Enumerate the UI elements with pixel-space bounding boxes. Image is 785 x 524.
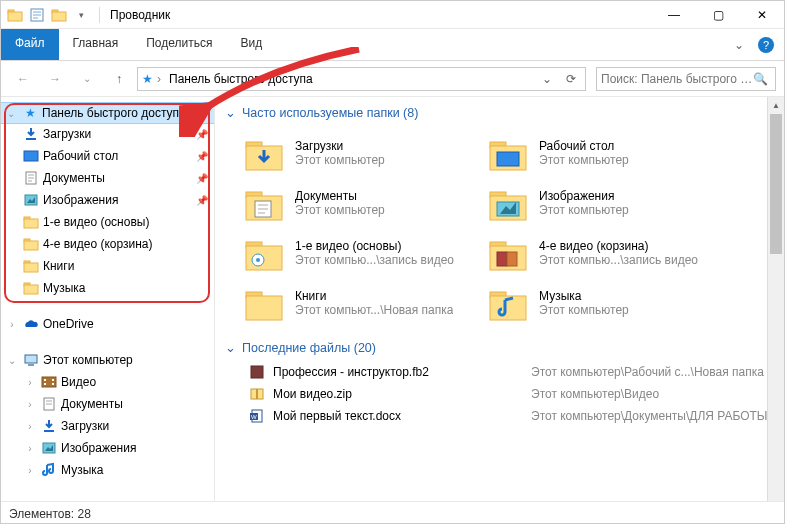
tree-item-pictures-pc[interactable]: › Изображения: [1, 437, 214, 459]
tree-item-downloads[interactable]: Загрузки 📌: [1, 123, 214, 145]
tree-item-music[interactable]: Музыка: [1, 277, 214, 299]
folder-item[interactable]: 1-е видео (основы)Этот компью...\запись …: [243, 232, 473, 274]
documents-icon: [41, 396, 57, 412]
chevron-right-icon[interactable]: ›: [23, 465, 37, 476]
chevron-right-icon[interactable]: ›: [23, 377, 37, 388]
status-item-count: Элементов: 28: [9, 507, 91, 521]
videos-icon: [41, 374, 57, 390]
svg-rect-30: [52, 383, 54, 385]
pin-icon: 📌: [196, 129, 208, 140]
file-row[interactable]: Профессия - инструктор.fb2 Этот компьюте…: [249, 361, 784, 383]
tree-item-music-pc[interactable]: › Музыка: [1, 459, 214, 481]
tab-share[interactable]: Поделиться: [132, 29, 226, 60]
back-button[interactable]: ←: [9, 65, 37, 93]
file-path: Этот компьютер\Рабочий с...\Новая папка: [531, 365, 764, 379]
folder-name: Изображения: [539, 189, 629, 203]
svg-rect-59: [507, 252, 517, 266]
minimize-button[interactable]: —: [652, 1, 696, 29]
tree-label: Музыка: [43, 281, 214, 295]
desktop-icon: [23, 148, 39, 164]
folder-item[interactable]: Рабочий столЭтот компьютер: [487, 132, 717, 174]
scroll-thumb[interactable]: [770, 114, 782, 254]
folder-icon: [243, 282, 285, 324]
breadcrumb-text[interactable]: Панель быстрого доступа: [165, 72, 533, 86]
folder-name: 1-е видео (основы): [295, 239, 454, 253]
tree-quick-access[interactable]: ⌄ ★ Панель быстрого доступа: [1, 102, 215, 124]
downloads-folder-icon: [243, 132, 285, 174]
chevron-down-icon[interactable]: ⌄: [5, 355, 19, 366]
chevron-right-icon[interactable]: ›: [23, 443, 37, 454]
chevron-right-icon[interactable]: ›: [23, 421, 37, 432]
file-row[interactable]: W Мой первый текст.docx Этот компьютер\Д…: [249, 405, 784, 427]
tab-home[interactable]: Главная: [59, 29, 133, 60]
file-row[interactable]: Мои видео.zip Этот компьютер\Видео: [249, 383, 784, 405]
tree-label: 1-е видео (основы): [43, 215, 214, 229]
folder-icon: [243, 232, 285, 274]
svg-rect-9: [24, 151, 38, 161]
breadcrumb-dropdown-icon[interactable]: ⌄: [537, 72, 557, 86]
svg-rect-26: [42, 377, 56, 387]
forward-button[interactable]: →: [41, 65, 69, 93]
svg-rect-21: [24, 263, 38, 272]
tree-item-downloads-pc[interactable]: › Загрузки: [1, 415, 214, 437]
section-recent-files[interactable]: ⌄ Последние файлы (20): [225, 340, 784, 359]
folder-item[interactable]: ДокументыЭтот компьютер: [243, 182, 473, 224]
folder-icon: [7, 7, 23, 23]
folder-path: Этот компьют...\Новая папка: [295, 303, 453, 317]
folder-item[interactable]: КнигиЭтот компьют...\Новая папка: [243, 282, 473, 324]
tree-label: Изображения: [61, 441, 214, 455]
expand-ribbon-icon[interactable]: ⌄: [734, 38, 744, 52]
status-bar: Элементов: 28: [1, 501, 784, 524]
section-frequent-folders[interactable]: ⌄ Часто используемые папки (8): [225, 105, 784, 124]
folder-item[interactable]: ИзображенияЭтот компьютер: [487, 182, 717, 224]
qat-dropdown-icon[interactable]: ▾: [73, 7, 89, 23]
tree-label: Рабочий стол: [43, 149, 192, 163]
onedrive-icon: [23, 316, 39, 332]
tree-item-video4[interactable]: 4-е видео (корзина): [1, 233, 214, 255]
tree-onedrive[interactable]: › OneDrive: [1, 313, 214, 335]
tree-item-desktop[interactable]: Рабочий стол 📌: [1, 145, 214, 167]
svg-rect-58: [497, 252, 507, 266]
properties-icon[interactable]: [29, 7, 45, 23]
tree-label: 4-е видео (корзина): [43, 237, 214, 251]
tree-item-video1[interactable]: 1-е видео (основы): [1, 211, 214, 233]
vertical-scrollbar[interactable]: ▲: [767, 97, 784, 501]
file-name: Профессия - инструктор.fb2: [273, 365, 523, 379]
scroll-up-icon[interactable]: ▲: [768, 97, 784, 114]
tree-item-documents[interactable]: Документы 📌: [1, 167, 214, 189]
refresh-icon[interactable]: ⟳: [561, 72, 581, 86]
close-button[interactable]: ✕: [740, 1, 784, 29]
address-bar: ← → ⌄ ↑ ★ › Панель быстрого доступа ⌄ ⟳ …: [1, 61, 784, 97]
tree-this-pc[interactable]: ⌄ Этот компьютер: [1, 349, 214, 371]
file-name: Мои видео.zip: [273, 387, 523, 401]
tree-item-pictures[interactable]: Изображения 📌: [1, 189, 214, 211]
new-folder-icon[interactable]: [51, 7, 67, 23]
documents-icon: [23, 170, 39, 186]
chevron-down-icon[interactable]: ⌄: [4, 108, 18, 119]
help-icon[interactable]: ?: [758, 37, 774, 53]
breadcrumb[interactable]: ★ › Панель быстрого доступа ⌄ ⟳: [137, 67, 586, 91]
folder-item[interactable]: ЗагрузкиЭтот компьютер: [243, 132, 473, 174]
maximize-button[interactable]: ▢: [696, 1, 740, 29]
folder-item[interactable]: 4-е видео (корзина)Этот компью...\запись…: [487, 232, 717, 274]
chevron-right-icon[interactable]: ›: [23, 399, 37, 410]
quick-access-star-icon: ★: [22, 105, 38, 121]
folder-icon: [487, 232, 529, 274]
folder-name: Книги: [295, 289, 453, 303]
tab-file[interactable]: Файл: [1, 29, 59, 60]
chevron-right-icon[interactable]: ›: [5, 319, 19, 330]
svg-rect-27: [44, 379, 46, 381]
svg-rect-61: [246, 296, 282, 320]
folder-path: Этот компьютер: [539, 153, 629, 167]
search-input[interactable]: Поиск: Панель быстрого до... 🔍: [596, 67, 776, 91]
file-path: Этот компьютер\Документы\ДЛЯ РАБОТЫ: [531, 409, 768, 423]
tab-view[interactable]: Вид: [226, 29, 276, 60]
tree-item-videos[interactable]: › Видео: [1, 371, 214, 393]
folder-item[interactable]: МузыкаЭтот компьютер: [487, 282, 717, 324]
recent-dropdown[interactable]: ⌄: [73, 65, 101, 93]
tree-item-documents-pc[interactable]: › Документы: [1, 393, 214, 415]
tree-label: Панель быстрого доступа: [42, 106, 214, 120]
tree-item-books[interactable]: Книги: [1, 255, 214, 277]
tree-label: Книги: [43, 259, 214, 273]
up-button[interactable]: ↑: [105, 65, 133, 93]
